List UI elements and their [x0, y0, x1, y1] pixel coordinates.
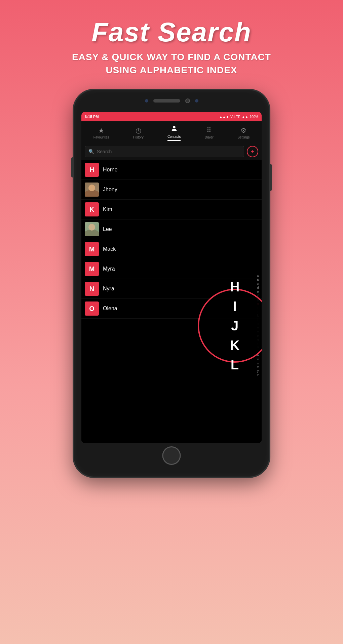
- alpha-a[interactable]: a: [257, 274, 259, 278]
- phone-sensor-2: [195, 99, 198, 103]
- phone-body: 6:15 PM ▲▲▲ VoLTE ▲▲ 100% ★ Favourites ◷…: [74, 90, 269, 477]
- phone-mockup: 6:15 PM ▲▲▲ VoLTE ▲▲ 100% ★ Favourites ◷…: [74, 90, 269, 477]
- contact-item-myra[interactable]: M Myra: [81, 259, 262, 279]
- nav-tabs: ★ Favourites ◷ History Contacts: [81, 121, 262, 143]
- contact-item-kim[interactable]: K Kim: [81, 200, 262, 219]
- alpha-b[interactable]: b: [257, 278, 259, 282]
- contact-avatar-k: K: [85, 202, 99, 216]
- tab-history[interactable]: ◷ History: [130, 126, 146, 140]
- contact-item-horne[interactable]: H Horne: [81, 160, 262, 180]
- tab-dialer[interactable]: ⠿ Dialer: [202, 126, 216, 140]
- contact-list: H Horne Jhony K Kim: [81, 160, 262, 443]
- tab-settings-label: Settings: [237, 135, 250, 139]
- contact-name-nyra: Nyra: [103, 286, 114, 292]
- search-placeholder: Search: [97, 149, 112, 154]
- contact-name-mack: Mack: [103, 246, 116, 252]
- phone-screen: 6:15 PM ▲▲▲ VoLTE ▲▲ 100% ★ Favourites ◷…: [81, 112, 262, 443]
- tab-active-underline: [167, 140, 181, 141]
- wifi-icon: ▲▲: [242, 115, 249, 119]
- tab-favourites[interactable]: ★ Favourites: [91, 126, 112, 140]
- alpha-w[interactable]: w: [257, 362, 259, 365]
- status-bar: 6:15 PM ▲▲▲ VoLTE ▲▲ 100%: [81, 112, 262, 121]
- phone-camera: [185, 98, 190, 103]
- alpha-y[interactable]: y: [257, 369, 259, 373]
- main-title: Fast Search: [72, 17, 271, 48]
- contact-avatar-h: H: [85, 163, 99, 177]
- clock-icon: ◷: [136, 126, 141, 134]
- contact-name-lee: Lee: [103, 226, 112, 232]
- svg-point-0: [173, 126, 175, 128]
- battery-label: 100%: [250, 115, 258, 119]
- contact-avatar-o: O: [85, 301, 99, 316]
- circle-letter-h: H: [230, 280, 240, 293]
- network-label: VoLTE: [230, 115, 240, 119]
- contact-name-myra: Myra: [103, 266, 115, 272]
- phone-sensor: [145, 99, 148, 103]
- alpha-c[interactable]: c: [257, 282, 259, 286]
- search-icon: 🔍: [88, 149, 94, 154]
- circle-letter-l: L: [231, 358, 239, 371]
- alpha-v[interactable]: v: [257, 358, 259, 361]
- status-icons: ▲▲▲ VoLTE ▲▲ 100%: [219, 115, 258, 119]
- alpha-z[interactable]: z: [257, 373, 259, 377]
- circle-letter-k: K: [230, 338, 240, 352]
- tab-settings[interactable]: ⚙ Settings: [235, 126, 252, 140]
- circle-letter-j: J: [231, 319, 238, 332]
- contact-avatar-m2: M: [85, 262, 99, 276]
- alpha-e[interactable]: e: [257, 290, 259, 294]
- star-icon: ★: [98, 126, 104, 134]
- phone-top-bar: [121, 98, 222, 103]
- gear-icon: ⚙: [240, 126, 246, 134]
- contact-name-horne: Horne: [103, 167, 118, 173]
- contact-name-jhony: Jhony: [103, 187, 117, 193]
- status-time: 6:15 PM: [85, 115, 99, 119]
- circle-letter-i: I: [233, 299, 236, 313]
- contact-item-mack[interactable]: M Mack: [81, 239, 262, 259]
- person-icon: [170, 125, 178, 134]
- contact-item-lee[interactable]: Lee: [81, 219, 262, 239]
- alpha-d[interactable]: d: [257, 286, 259, 290]
- signal-icon: ▲▲▲: [219, 115, 229, 119]
- alpha-x[interactable]: x: [257, 365, 259, 369]
- contact-name-olena: Olena: [103, 306, 117, 312]
- add-contact-button[interactable]: +: [247, 146, 258, 157]
- grid-icon: ⠿: [206, 126, 212, 134]
- phone-home-button[interactable]: [162, 446, 181, 465]
- contact-name-kim: Kim: [103, 206, 112, 212]
- contact-avatar-m1: M: [85, 242, 99, 256]
- tab-contacts-label: Contacts: [167, 135, 181, 138]
- contact-avatar-jhony: [85, 183, 99, 197]
- contact-avatar-n: N: [85, 282, 99, 296]
- search-input[interactable]: 🔍 Search: [85, 146, 244, 157]
- contact-avatar-lee: [85, 222, 99, 236]
- tab-contacts[interactable]: Contacts: [165, 124, 183, 142]
- tab-dialer-label: Dialer: [205, 135, 214, 139]
- sub-title: Easy & Quick way to find a contact using…: [72, 50, 271, 77]
- tab-history-label: History: [133, 135, 144, 139]
- header-section: Fast Search Easy & Quick way to find a c…: [72, 0, 271, 87]
- phone-speaker: [153, 99, 180, 103]
- tab-favourites-label: Favourites: [93, 135, 109, 139]
- contact-item-jhony[interactable]: Jhony: [81, 180, 262, 200]
- search-bar: 🔍 Search +: [81, 143, 262, 160]
